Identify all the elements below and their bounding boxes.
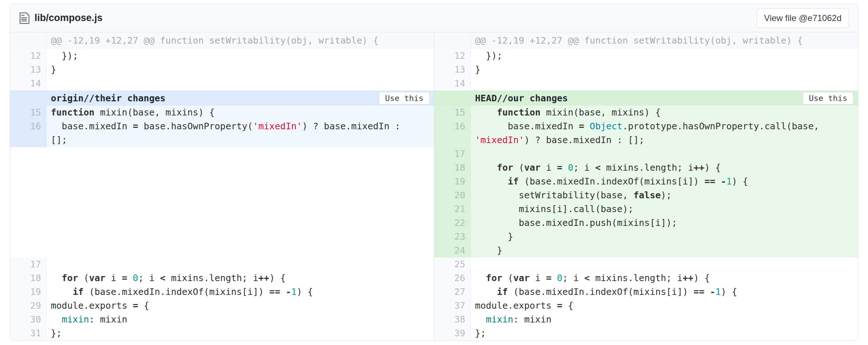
line-number: 18: [434, 161, 471, 175]
diff-row: 16 base.mixedIn = base.hasOwnProperty('m…: [10, 119, 434, 147]
diff-row: 13}: [10, 63, 434, 77]
code-line: mixin: mixin: [46, 313, 434, 326]
file-diff-card: lib/compose.js View file @e71062d @@ -12…: [10, 4, 858, 341]
diff-row: 21 mixins[i].call(base);: [434, 202, 858, 216]
code-line: if (base.mixedIn.indexOf(mixins[i]) == -…: [46, 285, 434, 299]
code-line: [471, 147, 858, 161]
line-number: 26: [434, 271, 471, 285]
line-number: 12: [10, 49, 46, 63]
diff-row: 19 if (base.mixedIn.indexOf(mixins[i]) =…: [434, 175, 858, 188]
code-line: setWritability(base, false);: [471, 188, 858, 202]
line-number: 16: [10, 119, 46, 147]
line-number: 37: [434, 299, 471, 313]
diff-row: 39};: [434, 326, 858, 340]
diff-row: 12 });: [434, 49, 858, 63]
code-line: [46, 257, 434, 271]
line-number: 13: [434, 63, 471, 77]
file-text-icon: [20, 12, 29, 25]
line-number: 14: [434, 77, 471, 90]
file-header-bar: lib/compose.js View file @e71062d: [10, 4, 858, 32]
line-number: [10, 32, 46, 49]
line-number: 15: [10, 106, 46, 119]
code-line: [471, 257, 858, 271]
conflict-header-our: HEAD//our changesUse this: [434, 90, 858, 106]
line-number: 22: [434, 216, 471, 230]
diff-row: 14: [10, 77, 434, 90]
line-number: 16: [434, 119, 471, 147]
line-number: 27: [434, 285, 471, 299]
line-number: 24: [434, 244, 471, 257]
diff-row: 23 }: [434, 230, 858, 244]
diff-row: 17: [434, 147, 858, 161]
line-number: 23: [434, 230, 471, 244]
conflict-label: origin//their changes: [51, 93, 165, 104]
hunk-header-text: @@ -12,19 +12,27 @@ function setWritabil…: [46, 32, 434, 49]
diff-row: 18 for (var i = 0; i < mixins.length; i+…: [434, 161, 858, 175]
line-number: [434, 32, 471, 49]
line-number: 19: [434, 175, 471, 188]
code-line: module.exports = {: [471, 299, 858, 313]
diff-row: 15 function mixin(base, mixins) {: [434, 106, 858, 119]
diff-row: 17: [10, 257, 434, 271]
line-number: 29: [10, 299, 46, 313]
line-number: 30: [10, 313, 46, 326]
code-line: if (base.mixedIn.indexOf(mixins[i]) == -…: [471, 285, 858, 299]
line-number: 13: [10, 63, 46, 77]
code-line: [471, 77, 858, 90]
code-line: function mixin(base, mixins) {: [471, 106, 858, 119]
line-number: 25: [434, 257, 471, 271]
hunk-header-row: @@ -12,19 +12,27 @@ function setWritabil…: [10, 32, 434, 49]
diff-row: 38 mixin: mixin: [434, 313, 858, 326]
diff-row: 15function mixin(base, mixins) {: [10, 106, 434, 119]
diff-row: 26 for (var i = 0; i < mixins.length; i+…: [434, 271, 858, 285]
diff-row: 37module.exports = {: [434, 299, 858, 313]
line-number: 21: [434, 202, 471, 216]
code-line: base.mixedIn.push(mixins[i]);: [471, 216, 858, 230]
code-line: }: [471, 230, 858, 244]
code-line: if (base.mixedIn.indexOf(mixins[i]) == -…: [471, 175, 858, 188]
conflict-header-their: origin//their changesUse this: [10, 90, 434, 106]
code-line: }: [471, 244, 858, 257]
diff-column-their: @@ -12,19 +12,27 @@ function setWritabil…: [10, 32, 434, 340]
code-line: mixin: mixin: [471, 313, 858, 326]
code-line: base.mixedIn = base.hasOwnProperty('mixe…: [46, 119, 434, 147]
alignment-filler-row: [10, 147, 434, 257]
line-number: 17: [434, 147, 471, 161]
code-line: module.exports = {: [46, 299, 434, 313]
diff-row: 24 }: [434, 244, 858, 257]
code-line: base.mixedIn = Object.prototype.hasOwnPr…: [471, 119, 858, 147]
diff-row: 14: [434, 77, 858, 90]
line-number: 18: [10, 271, 46, 285]
line-number: 14: [10, 77, 46, 90]
diff-row: 13}: [434, 63, 858, 77]
hunk-header-row: @@ -12,19 +12,27 @@ function setWritabil…: [434, 32, 858, 49]
code-line: };: [46, 326, 434, 340]
diff-row: 18 for (var i = 0; i < mixins.length; i+…: [10, 271, 434, 285]
use-this-button[interactable]: Use this: [803, 92, 853, 105]
code-line: mixins[i].call(base);: [471, 202, 858, 216]
code-line: for (var i = 0; i < mixins.length; i++) …: [46, 271, 434, 285]
code-line: });: [471, 49, 858, 63]
code-line: [46, 77, 434, 90]
code-line: function mixin(base, mixins) {: [46, 106, 434, 119]
diff-row: 25: [434, 257, 858, 271]
line-number: 38: [434, 313, 471, 326]
line-number: 39: [434, 326, 471, 340]
line-number: 12: [434, 49, 471, 63]
diff-row: 30 mixin: mixin: [10, 313, 434, 326]
diff-row: 12 });: [10, 49, 434, 63]
code-line: for (var i = 0; i < mixins.length; i++) …: [471, 271, 858, 285]
diff-row: 27 if (base.mixedIn.indexOf(mixins[i]) =…: [434, 285, 858, 299]
split-diff: @@ -12,19 +12,27 @@ function setWritabil…: [10, 32, 858, 340]
line-number: 15: [434, 106, 471, 119]
code-line: }: [471, 63, 858, 77]
use-this-button[interactable]: Use this: [379, 92, 430, 105]
diff-row: 19 if (base.mixedIn.indexOf(mixins[i]) =…: [10, 285, 434, 299]
line-number: 31: [10, 326, 46, 340]
view-file-button[interactable]: View file @e71062d: [757, 8, 849, 28]
code-line: for (var i = 0; i < mixins.length; i++) …: [471, 161, 858, 175]
line-number: 17: [10, 257, 46, 271]
code-line: };: [471, 326, 858, 340]
hunk-header-text: @@ -12,19 +12,27 @@ function setWritabil…: [471, 32, 858, 49]
diff-row: 20 setWritability(base, false);: [434, 188, 858, 202]
